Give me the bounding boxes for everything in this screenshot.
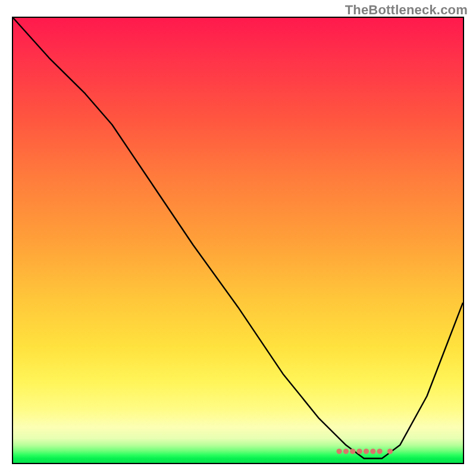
optimal-range-dots [337,449,393,454]
optimal-dot [350,449,355,454]
plot-area [12,17,464,464]
optimal-dot [387,449,393,454]
watermark-text: TheBottleneck.com [345,2,468,18]
optimal-dot [337,449,342,454]
optimal-dot [370,449,375,454]
optimal-dot [377,449,383,454]
bottleneck-curve-line [13,18,463,459]
chart-svg [13,18,463,463]
optimal-dot [343,449,349,454]
optimal-dot [357,449,362,454]
optimal-dot [364,449,369,454]
chart-container: TheBottleneck.com [0,0,476,476]
